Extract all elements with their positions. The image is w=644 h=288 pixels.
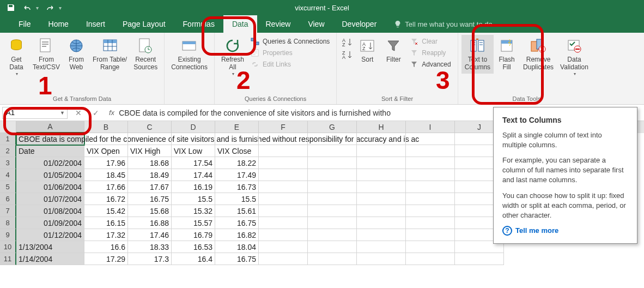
row-header[interactable]: 7 xyxy=(0,205,16,217)
cell[interactable]: 16.79 xyxy=(172,229,215,241)
row-header[interactable]: 2 xyxy=(0,145,16,157)
cell[interactable] xyxy=(406,157,455,169)
refresh-all-button[interactable]: Refresh All▾ xyxy=(218,35,247,79)
row-header[interactable]: 1 xyxy=(0,133,16,145)
tab-file[interactable]: File xyxy=(10,15,40,33)
cell[interactable] xyxy=(308,229,357,241)
tab-developer[interactable]: Developer xyxy=(333,15,386,33)
tab-data[interactable]: Data xyxy=(223,15,257,33)
sort-asc-button[interactable]: AZ xyxy=(341,37,353,49)
cell[interactable]: 18.45 xyxy=(84,169,128,181)
cell[interactable] xyxy=(259,193,308,205)
enter-formula-icon[interactable]: ✓ xyxy=(87,107,105,119)
cell[interactable] xyxy=(259,145,308,157)
cell[interactable]: 17.49 xyxy=(215,169,259,181)
cell[interactable]: 17.3 xyxy=(128,253,172,265)
cell[interactable] xyxy=(259,217,308,229)
col-header-I[interactable]: I xyxy=(406,121,455,133)
cell[interactable] xyxy=(357,193,406,205)
recent-sources-button[interactable]: Recent Sources xyxy=(130,35,161,74)
tab-insert[interactable]: Insert xyxy=(77,15,114,33)
cell[interactable] xyxy=(172,133,215,145)
cell[interactable] xyxy=(259,181,308,193)
row-header[interactable]: 10 xyxy=(0,241,16,253)
cell[interactable]: CBOE data is compiled for the convenienc… xyxy=(16,133,84,145)
cell[interactable] xyxy=(308,253,357,265)
cell[interactable]: 01/07/2004 xyxy=(16,193,84,205)
cell[interactable]: 17.54 xyxy=(172,157,215,169)
select-all-triangle[interactable] xyxy=(0,121,16,133)
tab-view[interactable]: View xyxy=(299,15,333,33)
chevron-down-icon[interactable]: ▼ xyxy=(60,110,65,116)
cell[interactable] xyxy=(128,133,172,145)
cell[interactable] xyxy=(357,133,406,145)
row-header[interactable]: 8 xyxy=(0,217,16,229)
cell[interactable]: 18.68 xyxy=(128,157,172,169)
cell[interactable]: VIX Open xyxy=(84,145,128,157)
cell[interactable] xyxy=(357,157,406,169)
col-header-A[interactable]: A xyxy=(16,121,84,133)
cell[interactable]: 15.68 xyxy=(128,205,172,217)
cell[interactable]: 16.72 xyxy=(84,193,128,205)
cell[interactable]: 01/12/2004 xyxy=(16,229,84,241)
cell[interactable] xyxy=(406,169,455,181)
cell[interactable]: 18.22 xyxy=(215,157,259,169)
tab-home[interactable]: Home xyxy=(40,15,77,33)
cell[interactable]: 15.5 xyxy=(172,193,215,205)
cell[interactable]: 1/13/2004 xyxy=(16,241,84,253)
cell[interactable]: 01/08/2004 xyxy=(16,205,84,217)
cell[interactable] xyxy=(308,133,357,145)
row-header[interactable]: 4 xyxy=(0,169,16,181)
cell[interactable]: VIX High xyxy=(128,145,172,157)
cell[interactable] xyxy=(357,181,406,193)
cell[interactable]: 17.44 xyxy=(172,169,215,181)
cell[interactable] xyxy=(259,241,308,253)
cell[interactable] xyxy=(406,193,455,205)
advanced-button[interactable]: Advanced xyxy=(406,59,454,70)
cell[interactable]: 01/09/2004 xyxy=(16,217,84,229)
cell[interactable]: 18.33 xyxy=(128,241,172,253)
cell[interactable]: Date xyxy=(16,145,84,157)
tab-review[interactable]: Review xyxy=(257,15,300,33)
cell[interactable]: 17.96 xyxy=(84,157,128,169)
cell[interactable]: 01/06/2004 xyxy=(16,181,84,193)
col-header-C[interactable]: C xyxy=(128,121,172,133)
cell[interactable]: 16.75 xyxy=(128,193,172,205)
qat-customize-icon[interactable]: ▾ xyxy=(59,5,64,11)
cell[interactable] xyxy=(406,229,455,241)
cell[interactable] xyxy=(259,169,308,181)
cell[interactable] xyxy=(259,205,308,217)
cell[interactable] xyxy=(406,241,455,253)
cell[interactable]: 15.61 xyxy=(215,205,259,217)
text-to-columns-button[interactable]: Text to Columns xyxy=(461,35,494,74)
cell[interactable] xyxy=(406,181,455,193)
save-icon[interactable] xyxy=(3,1,19,14)
cell[interactable] xyxy=(406,133,455,145)
formula-input[interactable]: CBOE data is compiled for the convenienc… xyxy=(119,109,391,117)
cell[interactable] xyxy=(259,253,308,265)
flash-fill-button[interactable]: Flash Fill xyxy=(494,35,520,74)
col-header-B[interactable]: B xyxy=(84,121,128,133)
cell[interactable] xyxy=(259,133,308,145)
from-text-csv-button[interactable]: From Text/CSV xyxy=(29,35,63,74)
undo-icon[interactable] xyxy=(20,1,35,14)
cell[interactable]: 16.4 xyxy=(172,253,215,265)
edit-links-button[interactable]: Edit Links xyxy=(247,59,333,70)
row-header[interactable]: 6 xyxy=(0,193,16,205)
cell[interactable] xyxy=(308,157,357,169)
row-header[interactable]: 3 xyxy=(0,157,16,169)
cell[interactable] xyxy=(455,253,504,265)
redo-icon[interactable] xyxy=(42,1,58,14)
cell[interactable]: 17.29 xyxy=(84,253,128,265)
queries-connections-button[interactable]: Queries & Connections xyxy=(247,36,333,47)
cell[interactable]: 17.32 xyxy=(84,229,128,241)
cell[interactable]: 15.32 xyxy=(172,205,215,217)
cell[interactable]: 16.82 xyxy=(215,229,259,241)
cell[interactable] xyxy=(259,157,308,169)
cell[interactable]: 16.75 xyxy=(215,217,259,229)
reapply-button[interactable]: Reapply xyxy=(406,47,454,58)
cell[interactable] xyxy=(84,133,128,145)
tab-formulas[interactable]: Formulas xyxy=(174,15,223,33)
col-header-G[interactable]: G xyxy=(308,121,357,133)
cell[interactable] xyxy=(357,229,406,241)
